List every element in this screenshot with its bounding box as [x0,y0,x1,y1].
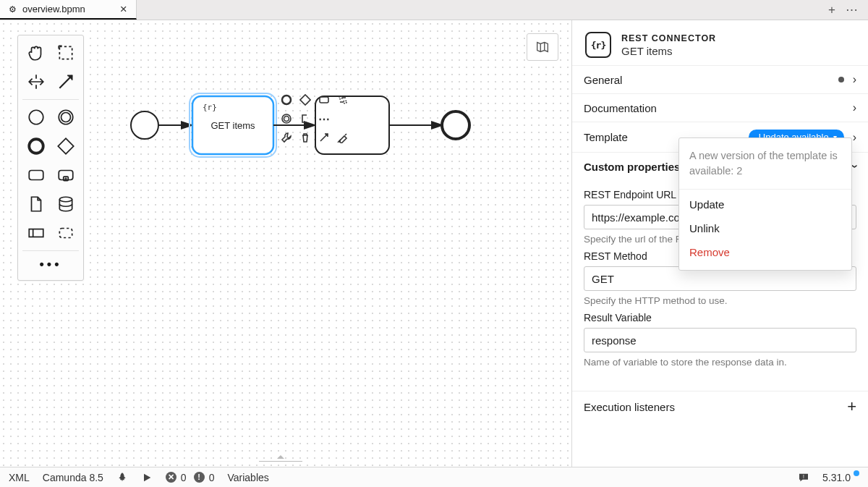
method-hint: Specify the HTTP method to use. [584,295,856,306]
error-count: 0 [181,472,187,483]
context-pad: ⋯ [279,93,350,145]
variables-toggle[interactable]: Variables [227,472,268,483]
chevron-right-icon: › [853,101,856,114]
start-event[interactable] [131,111,158,139]
connect-icon[interactable] [317,130,331,145]
panel-element-name: GET items [621,45,716,57]
bottom-splitter-handle[interactable] [252,458,310,464]
template-update-message: A new version of the template is availab… [679,144,851,186]
problems-errors[interactable]: ✕ 0 [166,472,187,483]
result-label: Result Variable [584,312,856,323]
svg-point-19 [284,117,289,122]
bpmn-diagram[interactable]: {r} GET items [0,20,571,467]
append-gateway-icon[interactable] [298,93,312,107]
svg-rect-15 [320,97,328,103]
task-icon-text: {r} [203,103,217,112]
properties-panel: {r} REST CONNECTOR GET items General › D… [571,20,868,467]
gear-icon: ⚙ [9,4,17,14]
connector-badge-icon: {r} [585,32,611,58]
section-exec-label: Execution listeners [584,401,675,413]
panel-header: {r} REST CONNECTOR GET items [572,20,868,65]
append-end-event-icon[interactable] [279,93,294,107]
more-actions-icon[interactable]: ⋯ [317,111,331,126]
update-dot-icon [854,470,859,476]
template-action-unlink[interactable]: Unlink [679,216,851,240]
version-indicator[interactable]: 5.31.0 [822,472,859,483]
status-bar: XML Camunda 8.5 ✕ 0 ! 0 Variables ! 5.31… [0,467,868,487]
error-badge-icon: ✕ [166,472,176,483]
file-tab-active[interactable]: ⚙ overview.bpmn × [0,0,137,20]
section-custom-label: Custom properties [584,161,680,173]
svg-rect-14 [300,95,310,105]
tab-bar: ⚙ overview.bpmn × + ⋯ [0,0,868,20]
svg-text:!: ! [803,473,804,478]
warning-badge-icon: ! [194,472,205,483]
deploy-icon[interactable] [116,472,128,483]
template-dropdown-menu: A new version of the template is availab… [678,137,852,271]
template-action-remove[interactable]: Remove [679,240,851,264]
delete-icon[interactable] [298,130,312,145]
section-general[interactable]: General › [572,65,868,93]
modified-indicator-icon [838,77,844,82]
close-tab-icon[interactable]: × [120,3,127,15]
svg-point-17 [344,101,346,103]
add-listener-icon[interactable]: + [847,399,856,415]
version-label: 5.31.0 [822,472,851,483]
panel-kicker: REST CONNECTOR [621,33,716,43]
section-execution-listeners[interactable]: Execution listeners + [572,391,868,422]
svg-point-16 [339,96,342,99]
problems-warnings[interactable]: ! 0 [194,472,215,483]
section-documentation-label: Documentation [584,102,657,114]
canvas[interactable]: ••• {r} GET items [0,20,571,467]
append-intermediate-icon[interactable] [279,111,294,126]
xml-toggle[interactable]: XML [9,472,30,483]
annotation-icon[interactable] [298,111,312,126]
section-general-label: General [584,74,622,86]
end-event[interactable] [442,111,469,139]
append-task-icon[interactable] [317,93,331,107]
template-action-update[interactable]: Update [679,192,851,216]
chevron-right-icon: › [853,131,856,144]
section-documentation[interactable]: Documentation › [572,93,868,122]
more-tabs-icon[interactable]: ⋯ [846,2,858,17]
add-tab-icon[interactable]: + [828,3,835,17]
tab-filename: overview.bpmn [22,4,85,14]
wrench-icon[interactable] [279,130,294,145]
result-hint: Name of variable to store the response d… [584,357,856,368]
change-template-icon[interactable] [336,93,350,107]
section-template-label: Template [584,131,628,143]
task-label: GET items [210,120,255,131]
platform-label[interactable]: Camunda 8.5 [43,472,103,483]
warning-count: 0 [209,472,215,483]
run-icon[interactable] [141,472,153,483]
feedback-icon[interactable]: ! [798,472,809,483]
main-area: ••• {r} GET items [0,20,868,467]
color-icon[interactable] [336,130,350,145]
chevron-right-icon: › [853,73,856,86]
svg-point-13 [282,96,291,104]
result-input[interactable] [584,328,856,352]
